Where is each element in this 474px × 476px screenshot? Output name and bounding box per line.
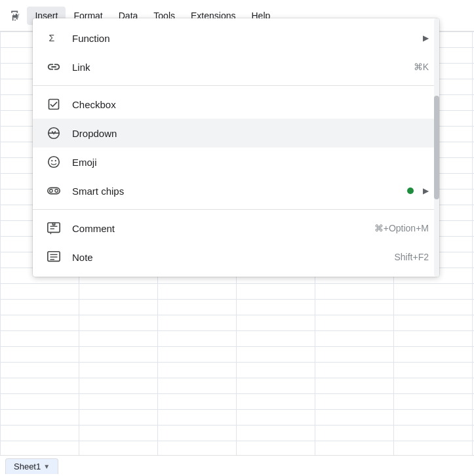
- note-label: Note: [72, 252, 394, 263]
- note-shortcut: Shift+F2: [394, 252, 429, 262]
- divider-1: [33, 85, 439, 86]
- smart-chips-arrow: ▶: [423, 186, 429, 195]
- function-arrow: ▶: [423, 33, 429, 43]
- menu-item-function[interactable]: Σ Function ▶: [33, 24, 439, 52]
- comment-label: Comment: [72, 223, 374, 234]
- svg-rect-15: [52, 223, 55, 226]
- scrollbar-thumb[interactable]: [434, 96, 439, 199]
- insert-dropdown-menu: Σ Function ▶ Link ⌘K: [33, 18, 439, 277]
- divider-2: [33, 209, 439, 210]
- menu-item-checkbox[interactable]: Checkbox: [33, 90, 439, 119]
- emoji-icon: [43, 151, 64, 172]
- svg-point-6: [55, 160, 56, 161]
- smart-chips-icon: [43, 180, 64, 201]
- menu-item-comment[interactable]: Comment ⌘+Option+M: [33, 214, 439, 243]
- menu-item-note[interactable]: Note Shift+F2: [33, 243, 439, 271]
- menu-item-smart-chips[interactable]: Smart chips ▶: [33, 176, 439, 205]
- dropdown-label: Dropdown: [72, 128, 429, 139]
- function-label: Function: [72, 33, 418, 44]
- link-shortcut: ⌘K: [414, 62, 429, 72]
- comment-shortcut: ⌘+Option+M: [374, 223, 429, 233]
- smart-chips-label: Smart chips: [72, 186, 407, 197]
- svg-text:Σ: Σ: [49, 33, 55, 43]
- svg-rect-1: [49, 100, 59, 109]
- link-label: Link: [72, 62, 414, 73]
- menu-item-emoji[interactable]: Emoji: [33, 148, 439, 176]
- note-icon: [43, 247, 64, 268]
- checkbox-icon: [43, 94, 64, 115]
- svg-point-9: [55, 189, 58, 193]
- svg-point-4: [49, 157, 60, 168]
- scrollbar-track[interactable]: [434, 18, 439, 277]
- dropdown-overlay: Σ Function ▶ Link ⌘K: [0, 0, 474, 476]
- smart-chips-dot: [407, 188, 414, 194]
- menu-item-dropdown[interactable]: Dropdown: [33, 119, 439, 148]
- comment-icon: [43, 218, 64, 239]
- checkbox-label: Checkbox: [72, 99, 429, 110]
- link-icon: [43, 56, 64, 77]
- sigma-icon: Σ: [43, 28, 64, 49]
- menu-item-link[interactable]: Link ⌘K: [33, 52, 439, 81]
- emoji-label: Emoji: [72, 157, 429, 168]
- dropdown-icon: [43, 123, 64, 144]
- svg-point-5: [51, 160, 52, 161]
- svg-point-8: [50, 189, 53, 193]
